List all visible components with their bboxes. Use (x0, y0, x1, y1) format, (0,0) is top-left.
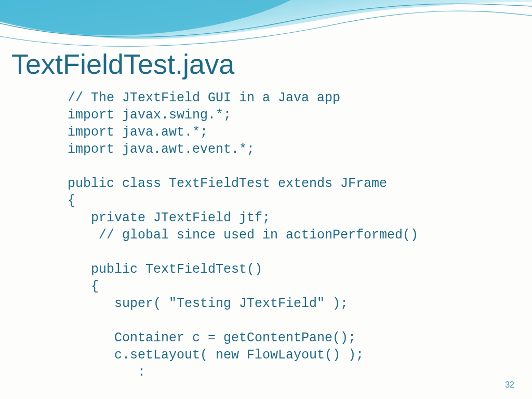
code-line: : (68, 365, 145, 380)
page-number: 32 (505, 380, 514, 390)
code-line: import java.awt.*; (68, 125, 208, 140)
code-line: Container c = getContentPane(); (68, 330, 356, 345)
code-line: c.setLayout( new FlowLayout() ); (68, 348, 364, 363)
code-line: { (68, 193, 75, 208)
code-line: import java.awt.event.*; (68, 142, 255, 157)
code-line: private JTextField jtf; (68, 210, 270, 225)
code-line: public class TextFieldTest extends JFram… (68, 176, 387, 191)
code-line: super( "Testing JTextField" ); (68, 296, 348, 311)
slide-title: TextFieldTest.java (11, 48, 234, 80)
code-line: public TextFieldTest() (68, 262, 262, 277)
code-line: // The JTextField GUI in a Java app (68, 90, 340, 105)
code-line: import javax.swing.*; (68, 108, 231, 123)
code-line: { (68, 279, 99, 294)
code-block: // The JTextField GUI in a Java app impo… (68, 89, 418, 381)
code-line: // global since used in actionPerformed(… (68, 228, 418, 243)
